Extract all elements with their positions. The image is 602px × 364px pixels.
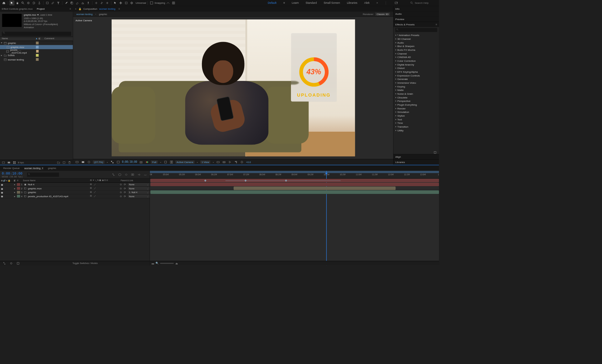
effects-category[interactable]: ▸Audio <box>393 41 439 45</box>
lock-icon[interactable]: 🔒 <box>78 8 82 10</box>
hand-tool-icon[interactable] <box>15 0 20 5</box>
pixel-aspect-icon[interactable] <box>222 160 226 164</box>
fast-previews-icon[interactable] <box>228 160 232 164</box>
workspace-extras-icon[interactable] <box>394 0 399 5</box>
eye-icon[interactable]: ◉ <box>1 191 3 193</box>
panel-info[interactable]: Info <box>395 7 399 10</box>
tab-render-queue[interactable]: Render Queue <box>3 167 20 170</box>
effects-category[interactable]: ▸Boris FX Mocha <box>393 48 439 52</box>
effects-category[interactable]: ▸Obsolete <box>393 96 439 99</box>
link-icon[interactable]: ⟳ <box>124 187 127 190</box>
layer-row[interactable]: ◉▸3graphic⊞／⊙⟳1. Null 4⌄ <box>0 190 150 194</box>
show-region-icon[interactable] <box>116 160 120 164</box>
tl-footer-btn1[interactable] <box>2 261 7 266</box>
layer-clip[interactable] <box>150 190 439 194</box>
axis-world-icon[interactable] <box>99 0 104 5</box>
workspace-libraries[interactable]: Libraries <box>347 1 357 4</box>
tab-timeline-active[interactable]: woman texting ≡ <box>24 166 43 169</box>
effects-category[interactable]: ▸Perspective <box>393 99 439 103</box>
effects-category[interactable]: ▸Text <box>393 118 439 121</box>
col-source-name[interactable]: Source Name <box>22 179 90 182</box>
toggle-guides-icon[interactable] <box>216 160 220 164</box>
effects-category[interactable]: ▸Utility <box>393 129 439 132</box>
pen-tool-icon[interactable] <box>50 0 55 5</box>
workspace-default[interactable]: Default <box>268 1 277 4</box>
eye-icon[interactable]: ◉ <box>1 183 3 186</box>
lock-column-icon[interactable]: 🔒 <box>8 179 10 182</box>
breadcrumb-root[interactable]: woman texting <box>77 13 93 15</box>
interpret-alpha-icon[interactable] <box>7 161 11 164</box>
project-item[interactable]: ▸Solids <box>0 53 73 57</box>
viewer-timecode[interactable]: 0;00;10;00 <box>122 161 137 163</box>
workspace-alek[interactable]: Alek <box>364 1 370 4</box>
trash-icon[interactable] <box>67 161 71 164</box>
tab-project[interactable]: Project <box>37 7 45 11</box>
link-icon[interactable]: ⟳ <box>124 183 127 186</box>
orbit-tool-icon[interactable] <box>26 0 31 5</box>
panel-menu-icon[interactable]: ≡ <box>119 8 120 10</box>
tl-footer-btn3[interactable] <box>16 261 21 266</box>
toggle-rgb-icon[interactable] <box>81 160 85 164</box>
graph-editor-icon[interactable] <box>143 172 148 177</box>
link-icon[interactable]: ⟳ <box>124 195 127 198</box>
panel-menu-icon[interactable]: ≡ <box>436 23 437 26</box>
panel-align[interactable]: Align <box>395 156 401 158</box>
rect-tool-icon[interactable] <box>45 0 50 5</box>
frame-blend-icon[interactable] <box>130 172 135 177</box>
panel-audio[interactable]: Audio <box>395 13 402 15</box>
panel-menu-icon[interactable]: ≡ <box>70 8 71 10</box>
effects-category[interactable]: ▸Simulation <box>393 110 439 114</box>
keyframe[interactable] <box>204 179 206 182</box>
col-parent[interactable]: Parent & Link <box>120 179 150 182</box>
project-columns[interactable]: Name ▲ ◧ Comment <box>0 37 73 41</box>
shy-icon[interactable] <box>124 172 129 177</box>
motion-blur-icon[interactable] <box>137 172 141 177</box>
effects-category[interactable]: ▸CINEMA 4D <box>393 55 439 59</box>
layer-clip[interactable] <box>150 183 439 186</box>
layer-row[interactable]: ◉▸4pexels_production ID_4107143.mp4⊞／⊙⟳N… <box>0 194 150 198</box>
timeline-link-icon[interactable] <box>234 160 238 164</box>
home-icon[interactable] <box>1 0 6 5</box>
draft3d-icon[interactable] <box>118 172 122 177</box>
workspace-smallscreen[interactable]: Small Screen <box>324 1 340 4</box>
pickwhip-icon[interactable]: ⊙ <box>120 187 123 190</box>
search-help[interactable] <box>410 1 438 4</box>
toggle-alpha-icon[interactable] <box>75 160 79 164</box>
eye-icon[interactable]: ◉ <box>1 195 3 198</box>
link-icon[interactable]: ⟳ <box>124 191 127 194</box>
effects-category[interactable]: ▸Immersive Video <box>393 81 439 85</box>
effects-category[interactable]: ▸Digital Anarchy <box>393 63 439 66</box>
anchor-tool-icon[interactable] <box>37 0 42 5</box>
selection-tool-icon[interactable] <box>9 0 14 5</box>
new-comp-icon[interactable] <box>62 161 66 164</box>
pickwhip-icon[interactable]: ⊙ <box>120 191 123 194</box>
solo-column-icon[interactable]: ● <box>6 179 8 182</box>
layer-row[interactable]: ◉▸1Null 4⊞／⊙⟳None⌄ <box>0 183 150 187</box>
layer-row[interactable]: ◉▸2graphic.mov⊞／⊙⟳None⌄ <box>0 187 150 190</box>
close-comp-tab-icon[interactable]: × <box>75 8 77 10</box>
project-settings-icon[interactable] <box>12 161 16 164</box>
snap-options-icon[interactable] <box>166 0 171 5</box>
puppet-tool-icon[interactable] <box>86 0 91 5</box>
zoom-dropdown[interactable]: (27.7%) <box>93 161 104 164</box>
parent-dropdown[interactable]: None⌄ <box>128 183 150 186</box>
tab-timeline-graphic[interactable]: graphic <box>48 167 56 170</box>
arrow-icon[interactable] <box>113 0 118 5</box>
workspace-overflow-icon[interactable]: » <box>376 1 378 4</box>
clone-tool-icon[interactable] <box>69 0 74 5</box>
effects-category[interactable]: ▸Matte <box>393 88 439 92</box>
resolution-shortcut-icon[interactable] <box>110 160 114 164</box>
project-search-input[interactable] <box>2 32 71 36</box>
panel-libraries[interactable]: Libraries <box>395 161 405 164</box>
pickwhip-icon[interactable]: ⊙ <box>120 183 123 186</box>
effects-category[interactable]: ▸Time <box>393 121 439 125</box>
comp-mini-flowchart-icon[interactable] <box>111 172 116 177</box>
axis-local-icon[interactable] <box>94 0 99 5</box>
snapping-checkbox[interactable] <box>149 0 154 5</box>
tab-effect-controls[interactable]: Effect Controls graphic.mov <box>2 7 33 11</box>
timeline-timecode[interactable]: 0:00:10:00 <box>2 171 23 176</box>
effects-category[interactable]: ▸Transition <box>393 125 439 129</box>
effects-category[interactable]: ▸Blur & Sharpen <box>393 44 439 48</box>
effects-category[interactable]: ▸Expression Controls <box>393 74 439 77</box>
parent-dropdown[interactable]: 1. Null 4⌄ <box>128 191 150 194</box>
